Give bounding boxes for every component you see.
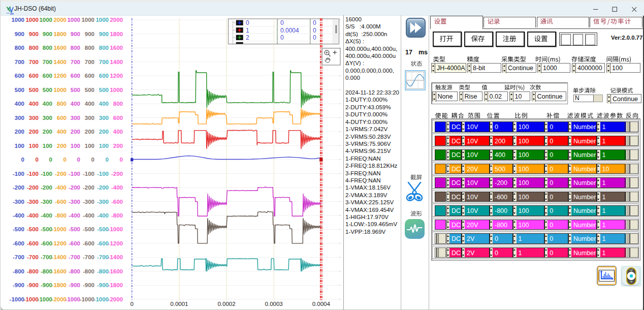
svg-text:-100: -100 [97,171,109,177]
svg-text:-200: -200 [55,171,67,177]
svg-text:200: 200 [57,143,67,149]
svg-text:-400: -400 [97,212,109,219]
svg-text:200: 200 [71,129,80,135]
svg-text:0: 0 [246,19,249,26]
svg-text:-400: -400 [111,184,123,191]
svg-text:1000: 1000 [110,87,123,93]
svg-text:-700: -700 [69,254,80,260]
svg-text:-700: -700 [97,254,109,260]
svg-text:-600: -600 [69,240,80,246]
svg-text:-300: -300 [13,199,24,205]
svg-text:so: so [10,12,14,15]
svg-text:-100: -100 [27,171,39,177]
svg-text:100: 100 [99,143,109,149]
svg-text:600: 600 [15,73,24,79]
svg-text:-200: -200 [13,184,24,191]
svg-text:-300: -300 [83,199,94,205]
svg-text:0: 0 [21,157,24,163]
svg-text:-500: -500 [69,226,80,232]
svg-text:-600: -600 [41,240,52,246]
svg-text:600: 600 [85,73,94,79]
svg-text:700: 700 [29,59,39,65]
svg-text:-1200: -1200 [108,240,123,246]
svg-text:-1000: -1000 [10,296,24,302]
svg-text:1600: 1600 [110,45,123,51]
svg-text:-900: -900 [41,282,52,288]
svg-text:600: 600 [113,115,123,121]
svg-text:0: 0 [280,19,284,26]
svg-text:-500: -500 [41,226,52,232]
svg-text:-500: -500 [97,226,109,232]
svg-text:800: 800 [43,45,52,51]
svg-text:400: 400 [85,101,94,107]
svg-text:-1600: -1600 [52,268,67,274]
svg-text:-800: -800 [111,212,123,219]
svg-text:-1000: -1000 [24,296,39,302]
svg-text:-800: -800 [83,268,94,274]
svg-text:300: 300 [71,115,80,121]
svg-text:900: 900 [99,31,109,37]
svg-text:900: 900 [85,31,94,37]
svg-text:-500: -500 [13,226,24,232]
svg-text:-100: -100 [83,171,94,177]
svg-text:1000: 1000 [25,17,39,23]
svg-text:500: 500 [71,87,80,93]
svg-text:700: 700 [99,59,109,65]
svg-text:-500: -500 [83,226,94,232]
svg-text:200: 200 [85,129,94,135]
svg-text:500: 500 [85,87,94,93]
svg-text:500: 500 [43,87,52,93]
svg-text:-1400: -1400 [52,254,67,260]
svg-text:800: 800 [29,45,39,51]
svg-text:0.0001: 0.0001 [170,301,188,307]
svg-text:1000: 1000 [67,17,80,23]
svg-text:1600: 1600 [53,45,67,51]
svg-text:-900: -900 [97,282,109,288]
svg-text:600: 600 [29,73,39,79]
svg-text:-900: -900 [27,282,39,288]
svg-text:-1000: -1000 [38,296,52,302]
svg-text:200: 200 [43,129,52,135]
svg-text:1000: 1000 [53,87,67,93]
svg-text:800: 800 [57,101,67,107]
svg-text:1800: 1800 [110,31,123,37]
svg-text:-200: -200 [27,184,39,191]
svg-text:-300: -300 [41,199,52,205]
svg-text:300: 300 [99,115,109,121]
svg-text:0: 0 [313,34,316,41]
svg-text:0: 0 [280,34,284,41]
svg-text:-1800: -1800 [52,282,67,288]
svg-text:-2000: -2000 [52,296,67,302]
svg-text:1200: 1200 [110,73,123,79]
svg-text:700: 700 [43,59,52,65]
svg-text:-1600: -1600 [108,268,123,274]
svg-text:800: 800 [85,45,94,51]
svg-text:400: 400 [71,101,80,107]
svg-text:200: 200 [29,129,39,135]
svg-text:-300: -300 [97,199,109,205]
svg-text:400: 400 [43,101,52,107]
svg-text:-200: -200 [69,184,80,191]
svg-text:1000: 1000 [11,17,24,23]
svg-text:-100: -100 [69,171,80,177]
svg-text:600: 600 [71,73,80,79]
svg-text:100: 100 [15,143,24,149]
svg-text:100: 100 [71,143,80,149]
svg-text:0: 0 [36,157,39,163]
svg-text:300: 300 [15,115,24,121]
svg-text:0: 0 [120,157,123,163]
svg-text:-700: -700 [13,254,24,260]
svg-text:-500: -500 [27,226,39,232]
svg-text:700: 700 [15,59,24,65]
svg-text:-200: -200 [111,171,123,177]
svg-text:200: 200 [15,129,24,135]
svg-text:-900: -900 [83,282,94,288]
svg-text:700: 700 [85,59,94,65]
svg-text:100: 100 [43,143,52,149]
svg-text:-200: -200 [41,184,52,191]
svg-text:600: 600 [43,73,52,79]
svg-text:900: 900 [15,31,24,37]
svg-text:1000: 1000 [81,17,94,23]
svg-text:-1200: -1200 [52,240,67,246]
svg-text:2: 2 [246,34,249,41]
